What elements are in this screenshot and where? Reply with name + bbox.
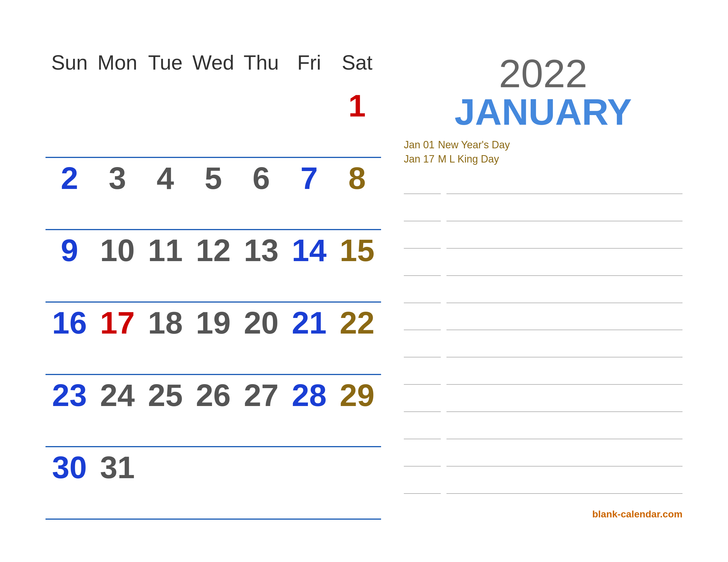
day-30: 30 [45,450,94,484]
week-row-1: 1 [45,86,381,158]
day-3: 3 [94,161,142,195]
day-17: 17 [94,305,142,340]
note-row [404,321,683,330]
day-19: 19 [189,305,237,340]
day-29: 29 [333,378,381,412]
holiday-date-1: Jan 01 [404,139,438,151]
holiday-item-2: Jan 17 M L King Day [404,153,683,165]
header-sun: Sun [45,48,94,83]
week-row-3: 9 10 11 12 13 14 15 [45,230,381,302]
day-31: 31 [94,450,142,484]
week-row-6: 30 31 [45,447,381,520]
header-tue: Tue [141,48,189,83]
calendar-grid: Sun Mon Tue Wed Thu Fri Sat 1 2 3 [45,48,381,520]
month-label: JANUARY [404,94,683,130]
note-text-line [446,294,683,303]
day-7: 7 [285,161,333,195]
note-date-line [404,213,441,221]
note-text-line [446,458,683,466]
holiday-name-1: New Year's Day [438,139,510,151]
note-date-line [404,240,441,249]
day-28: 28 [285,378,333,412]
note-text-line [446,240,683,249]
note-text-line [446,376,683,385]
holiday-name-2: M L King Day [438,153,499,165]
day-13: 13 [237,233,285,268]
week-row-5: 23 24 25 26 27 28 29 [45,375,381,447]
day-2: 2 [45,161,94,195]
note-row [404,213,683,221]
header-mon: Mon [94,48,142,83]
day-27: 27 [237,378,285,412]
note-text-line [446,213,683,221]
year-label: 2022 [404,54,683,94]
day-11: 11 [141,233,189,268]
calendar-weeks: 1 2 3 4 5 6 7 8 9 10 11 12 13 14 15 [45,86,381,520]
day-10: 10 [94,233,142,268]
note-row [404,458,683,466]
day-16: 16 [45,305,94,340]
note-row [404,349,683,357]
note-date-line [404,485,441,494]
note-date-line [404,403,441,412]
note-row [404,240,683,249]
note-date-line [404,268,441,276]
note-row [404,268,683,276]
note-text-line [446,186,683,194]
day-12: 12 [189,233,237,268]
notes-section [404,179,683,506]
note-text-line [446,349,683,357]
note-date-line [404,321,441,330]
holiday-item-1: Jan 01 New Year's Day [404,139,683,151]
note-row [404,485,683,494]
note-row [404,431,683,439]
day-8: 8 [333,161,381,195]
day-18: 18 [141,305,189,340]
day-20: 20 [237,305,285,340]
note-text-line [446,321,683,330]
day-1: 1 [333,88,381,123]
day-25: 25 [141,378,189,412]
note-row [404,376,683,385]
note-date-line [404,294,441,303]
note-date-line [404,349,441,357]
note-row [404,294,683,303]
note-row [404,186,683,194]
day-4: 4 [141,161,189,195]
day-14: 14 [285,233,333,268]
day-24: 24 [94,378,142,412]
week-row-2: 2 3 4 5 6 7 8 [45,158,381,231]
note-text-line [446,403,683,412]
note-text-line [446,431,683,439]
holiday-date-2: Jan 17 [404,153,438,165]
day-26: 26 [189,378,237,412]
note-row [404,403,683,412]
week-row-4: 16 17 18 19 20 21 22 [45,302,381,375]
note-text-line [446,485,683,494]
day-9: 9 [45,233,94,268]
day-15: 15 [333,233,381,268]
watermark: blank-calendar.com [404,509,683,520]
note-text-line [446,268,683,276]
calendar-page: Sun Mon Tue Wed Thu Fri Sat 1 2 3 [23,25,705,537]
day-6: 6 [237,161,285,195]
header-wed: Wed [189,48,237,83]
holidays-section: Jan 01 New Year's Day Jan 17 M L King Da… [404,139,683,167]
note-date-line [404,431,441,439]
note-date-line [404,458,441,466]
note-date-line [404,376,441,385]
header-fri: Fri [285,48,333,83]
info-panel: 2022 JANUARY Jan 01 New Year's Day Jan 1… [392,48,683,520]
note-date-line [404,186,441,194]
day-22: 22 [333,305,381,340]
day-headers-row: Sun Mon Tue Wed Thu Fri Sat [45,48,381,83]
header-thu: Thu [237,48,285,83]
day-5: 5 [189,161,237,195]
day-21: 21 [285,305,333,340]
header-sat: Sat [333,48,381,83]
day-23: 23 [45,378,94,412]
